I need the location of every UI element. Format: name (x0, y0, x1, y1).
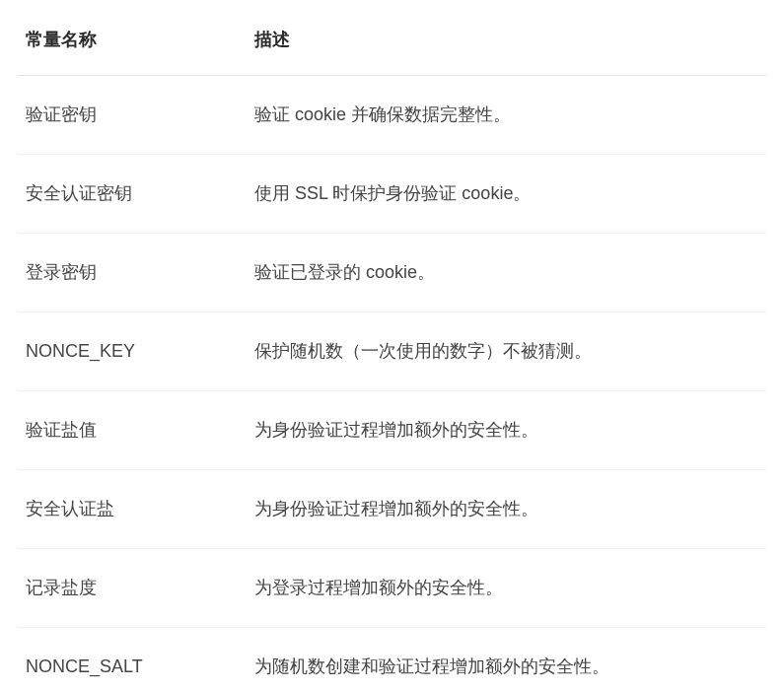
cell-description: 验证已登录的 cookie。 (247, 234, 766, 312)
constants-table: 常量名称 描述 验证密钥 验证 cookie 并确保数据完整性。 安全认证密钥 … (18, 12, 766, 690)
table-row: 登录密钥 验证已登录的 cookie。 (18, 234, 766, 312)
table-row: 验证密钥 验证 cookie 并确保数据完整性。 (18, 76, 766, 155)
cell-description: 为随机数创建和验证过程增加额外的安全性。 (247, 628, 766, 691)
header-name: 常量名称 (18, 12, 247, 76)
cell-name: 登录密钥 (18, 234, 247, 312)
cell-description: 使用 SSL 时保护身份验证 cookie。 (247, 155, 766, 234)
cell-description: 保护随机数（一次使用的数字）不被猜测。 (247, 312, 766, 391)
cell-description: 验证 cookie 并确保数据完整性。 (247, 76, 766, 155)
cell-name: 验证密钥 (18, 76, 247, 155)
cell-name: 安全认证密钥 (18, 155, 247, 234)
table-row: NONCE_SALT 为随机数创建和验证过程增加额外的安全性。 (18, 628, 766, 691)
cell-description: 为身份验证过程增加额外的安全性。 (247, 470, 766, 549)
table-header-row: 常量名称 描述 (18, 12, 766, 76)
cell-name: 记录盐度 (18, 549, 247, 628)
header-description: 描述 (247, 12, 766, 76)
table-row: NONCE_KEY 保护随机数（一次使用的数字）不被猜测。 (18, 312, 766, 391)
cell-description: 为身份验证过程增加额外的安全性。 (247, 391, 766, 470)
table-row: 记录盐度 为登录过程增加额外的安全性。 (18, 549, 766, 628)
cell-name: 安全认证盐 (18, 470, 247, 549)
cell-name: NONCE_SALT (18, 628, 247, 691)
table-row: 安全认证密钥 使用 SSL 时保护身份验证 cookie。 (18, 155, 766, 234)
table-row: 验证盐值 为身份验证过程增加额外的安全性。 (18, 391, 766, 470)
cell-name: 验证盐值 (18, 391, 247, 470)
cell-description: 为登录过程增加额外的安全性。 (247, 549, 766, 628)
table-row: 安全认证盐 为身份验证过程增加额外的安全性。 (18, 470, 766, 549)
cell-name: NONCE_KEY (18, 312, 247, 391)
